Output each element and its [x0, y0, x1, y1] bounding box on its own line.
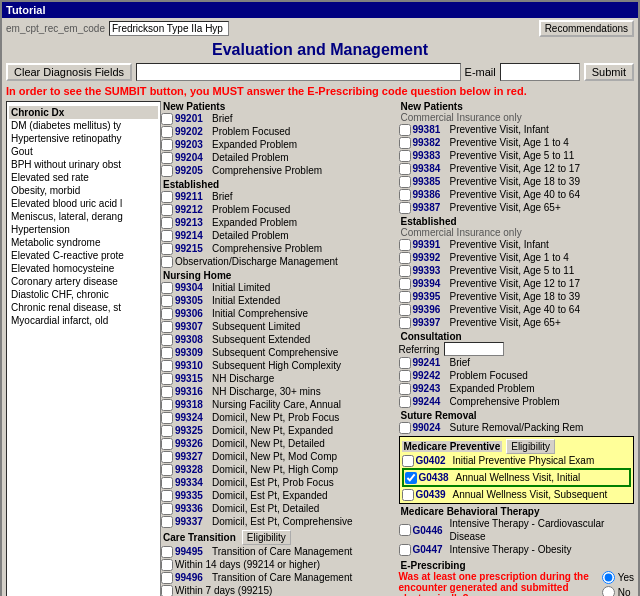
chronic-dx-item[interactable]: Elevated homocysteine: [9, 262, 158, 275]
code-checkbox[interactable]: [161, 399, 173, 411]
chronic-dx-item[interactable]: Hypertension: [9, 223, 158, 236]
code-checkbox[interactable]: [161, 139, 173, 151]
code-checkbox[interactable]: [399, 189, 411, 201]
code-checkbox[interactable]: [161, 572, 173, 584]
page-title: Evaluation and Management: [6, 41, 634, 59]
code-label: Subsequent Comprehensive: [212, 346, 338, 359]
code-checkbox[interactable]: [161, 308, 173, 320]
chronic-dx-item[interactable]: Elevated C-reactive prote: [9, 249, 158, 262]
code-checkbox[interactable]: [399, 278, 411, 290]
code-checkbox[interactable]: [399, 396, 411, 408]
recommendations-button[interactable]: Recommendations: [539, 20, 634, 37]
code-checkbox[interactable]: [161, 516, 173, 528]
code-checkbox[interactable]: [161, 546, 173, 558]
code-checkbox[interactable]: [161, 152, 173, 164]
code-checkbox[interactable]: [399, 265, 411, 277]
referring-input[interactable]: [444, 342, 504, 356]
chronic-dx-item[interactable]: Hypertensive retinopathy: [9, 132, 158, 145]
code-checkbox[interactable]: [399, 176, 411, 188]
code-checkbox[interactable]: [399, 524, 411, 536]
established-commercial-subtitle: Commercial Insurance only: [399, 227, 635, 238]
code-checkbox[interactable]: [161, 256, 173, 268]
code-checkbox[interactable]: [161, 425, 173, 437]
code-checkbox[interactable]: [402, 455, 414, 467]
code-checkbox[interactable]: [399, 304, 411, 316]
code-checkbox[interactable]: [161, 373, 173, 385]
code-checkbox[interactable]: [161, 126, 173, 138]
code-checkbox[interactable]: [161, 295, 173, 307]
code-item: 99382Preventive Visit, Age 1 to 4: [399, 136, 635, 149]
code-checkbox[interactable]: [161, 360, 173, 372]
code-checkbox[interactable]: [161, 386, 173, 398]
care-transition-eligibility-button[interactable]: Eligibility: [242, 530, 291, 545]
code-checkbox[interactable]: [399, 357, 411, 369]
code-checkbox[interactable]: [399, 202, 411, 214]
eprescribing-yes-radio[interactable]: [602, 571, 615, 584]
chronic-dx-item[interactable]: Metabolic syndrome: [9, 236, 158, 249]
chronic-dx-item[interactable]: BPH without urinary obst: [9, 158, 158, 171]
chronic-dx-item[interactable]: Chronic renal disease, st: [9, 301, 158, 314]
code-checkbox[interactable]: [161, 243, 173, 255]
code-number: 99387: [413, 201, 448, 214]
care-transition-list: 99495Transition of Care ManagementWithin…: [161, 545, 397, 596]
diagnosis-input[interactable]: [136, 63, 461, 81]
code-item: 99495Transition of Care Management: [161, 545, 397, 558]
code-checkbox[interactable]: [161, 165, 173, 177]
code-checkbox[interactable]: [399, 422, 411, 434]
chronic-dx-item[interactable]: Elevated sed rate: [9, 171, 158, 184]
code-label: Problem Focused: [212, 125, 290, 138]
code-checkbox[interactable]: [161, 477, 173, 489]
code-checkbox[interactable]: [399, 317, 411, 329]
code-checkbox[interactable]: [399, 383, 411, 395]
chronic-dx-item[interactable]: Diastolic CHF, chronic: [9, 288, 158, 301]
clear-diagnosis-button[interactable]: Clear Diagnosis Fields: [6, 63, 132, 81]
email-label: E-mail: [465, 66, 496, 78]
code-item: 99307Subsequent Limited: [161, 320, 397, 333]
code-checkbox[interactable]: [399, 137, 411, 149]
code-checkbox[interactable]: [161, 464, 173, 476]
chronic-dx-item[interactable]: Myocardial infarct, old: [9, 314, 158, 327]
code-checkbox[interactable]: [161, 412, 173, 424]
code-number: G0439: [416, 488, 451, 501]
code-checkbox[interactable]: [161, 217, 173, 229]
code-checkbox[interactable]: [399, 163, 411, 175]
code-checkbox[interactable]: [399, 370, 411, 382]
code-checkbox[interactable]: [161, 334, 173, 346]
code-checkbox[interactable]: [161, 204, 173, 216]
code-checkbox[interactable]: [399, 239, 411, 251]
code-item: G0402Initial Preventive Physical Exam: [402, 454, 632, 467]
email-input[interactable]: [500, 63, 580, 81]
code-checkbox[interactable]: [161, 451, 173, 463]
code-checkbox[interactable]: [402, 489, 414, 501]
chronic-dx-item[interactable]: Elevated blood uric acid l: [9, 197, 158, 210]
code-checkbox[interactable]: [161, 438, 173, 450]
medicare-preventive-eligibility-button[interactable]: Eligibility: [506, 439, 555, 454]
chronic-dx-item[interactable]: Obesity, morbid: [9, 184, 158, 197]
code-checkbox[interactable]: [161, 113, 173, 125]
chronic-dx-item[interactable]: Meniscus, lateral, derang: [9, 210, 158, 223]
code-checkbox[interactable]: [399, 124, 411, 136]
code-checkbox[interactable]: [161, 559, 173, 571]
code-checkbox[interactable]: [161, 321, 173, 333]
submit-button[interactable]: Submit: [584, 63, 634, 81]
code-checkbox[interactable]: [399, 252, 411, 264]
code-checkbox[interactable]: [161, 282, 173, 294]
referring-label: Referring: [399, 344, 440, 355]
code-label: Preventive Visit, Infant: [450, 123, 549, 136]
code-checkbox[interactable]: [399, 150, 411, 162]
code-item: 99201Brief: [161, 112, 397, 125]
code-checkbox[interactable]: [399, 291, 411, 303]
code-checkbox[interactable]: [161, 503, 173, 515]
code-checkbox[interactable]: [161, 191, 173, 203]
code-checkbox[interactable]: [161, 230, 173, 242]
code-checkbox[interactable]: [161, 490, 173, 502]
chronic-dx-item[interactable]: DM (diabetes mellitus) ty: [9, 119, 158, 132]
chronic-dx-item[interactable]: Coronary artery disease: [9, 275, 158, 288]
chronic-dx-item[interactable]: Gout: [9, 145, 158, 158]
code-checkbox[interactable]: [161, 585, 173, 597]
code-checkbox[interactable]: [405, 472, 417, 484]
code-checkbox[interactable]: [161, 347, 173, 359]
eprescribing-no-radio[interactable]: [602, 586, 615, 596]
code-label: Subsequent Limited: [212, 320, 300, 333]
code-checkbox[interactable]: [399, 544, 411, 556]
